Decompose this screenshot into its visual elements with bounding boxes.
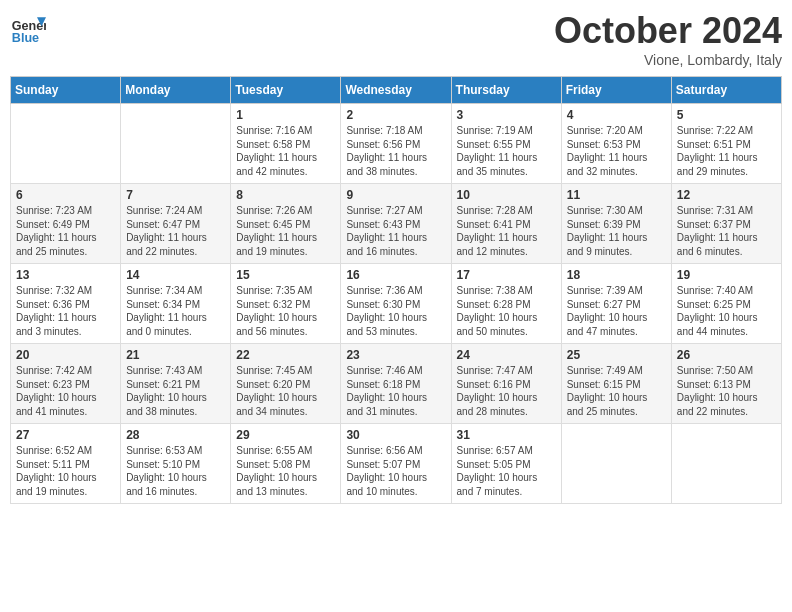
cell-details: Sunrise: 7:31 AMSunset: 6:37 PMDaylight:… [677, 204, 776, 258]
day-number: 10 [457, 188, 556, 202]
calendar-cell: 2Sunrise: 7:18 AMSunset: 6:56 PMDaylight… [341, 104, 451, 184]
cell-details: Sunrise: 7:22 AMSunset: 6:51 PMDaylight:… [677, 124, 776, 178]
day-number: 13 [16, 268, 115, 282]
calendar-cell [561, 424, 671, 504]
calendar-cell: 23Sunrise: 7:46 AMSunset: 6:18 PMDayligh… [341, 344, 451, 424]
day-number: 21 [126, 348, 225, 362]
day-number: 26 [677, 348, 776, 362]
weekday-saturday: Saturday [671, 77, 781, 104]
cell-details: Sunrise: 7:24 AMSunset: 6:47 PMDaylight:… [126, 204, 225, 258]
day-number: 15 [236, 268, 335, 282]
cell-details: Sunrise: 7:38 AMSunset: 6:28 PMDaylight:… [457, 284, 556, 338]
cell-details: Sunrise: 7:49 AMSunset: 6:15 PMDaylight:… [567, 364, 666, 418]
calendar-cell [11, 104, 121, 184]
calendar-cell: 29Sunrise: 6:55 AMSunset: 5:08 PMDayligh… [231, 424, 341, 504]
cell-details: Sunrise: 6:52 AMSunset: 5:11 PMDaylight:… [16, 444, 115, 498]
day-number: 9 [346, 188, 445, 202]
svg-text:Blue: Blue [12, 31, 39, 45]
page-header: General Blue October 2024 Vione, Lombard… [10, 10, 782, 68]
calendar-cell: 10Sunrise: 7:28 AMSunset: 6:41 PMDayligh… [451, 184, 561, 264]
cell-details: Sunrise: 7:42 AMSunset: 6:23 PMDaylight:… [16, 364, 115, 418]
logo-icon: General Blue [10, 10, 46, 46]
cell-details: Sunrise: 6:55 AMSunset: 5:08 PMDaylight:… [236, 444, 335, 498]
day-number: 18 [567, 268, 666, 282]
day-number: 23 [346, 348, 445, 362]
calendar-cell: 1Sunrise: 7:16 AMSunset: 6:58 PMDaylight… [231, 104, 341, 184]
day-number: 17 [457, 268, 556, 282]
cell-details: Sunrise: 7:23 AMSunset: 6:49 PMDaylight:… [16, 204, 115, 258]
day-number: 11 [567, 188, 666, 202]
month-title: October 2024 [554, 10, 782, 52]
day-number: 6 [16, 188, 115, 202]
calendar-cell: 7Sunrise: 7:24 AMSunset: 6:47 PMDaylight… [121, 184, 231, 264]
day-number: 19 [677, 268, 776, 282]
calendar-cell: 25Sunrise: 7:49 AMSunset: 6:15 PMDayligh… [561, 344, 671, 424]
day-number: 20 [16, 348, 115, 362]
cell-details: Sunrise: 7:28 AMSunset: 6:41 PMDaylight:… [457, 204, 556, 258]
day-number: 12 [677, 188, 776, 202]
day-number: 28 [126, 428, 225, 442]
cell-details: Sunrise: 7:35 AMSunset: 6:32 PMDaylight:… [236, 284, 335, 338]
calendar-cell: 6Sunrise: 7:23 AMSunset: 6:49 PMDaylight… [11, 184, 121, 264]
cell-details: Sunrise: 7:30 AMSunset: 6:39 PMDaylight:… [567, 204, 666, 258]
cell-details: Sunrise: 7:47 AMSunset: 6:16 PMDaylight:… [457, 364, 556, 418]
day-number: 27 [16, 428, 115, 442]
calendar-cell: 30Sunrise: 6:56 AMSunset: 5:07 PMDayligh… [341, 424, 451, 504]
weekday-thursday: Thursday [451, 77, 561, 104]
cell-details: Sunrise: 7:40 AMSunset: 6:25 PMDaylight:… [677, 284, 776, 338]
calendar-cell: 19Sunrise: 7:40 AMSunset: 6:25 PMDayligh… [671, 264, 781, 344]
calendar-cell: 18Sunrise: 7:39 AMSunset: 6:27 PMDayligh… [561, 264, 671, 344]
cell-details: Sunrise: 7:36 AMSunset: 6:30 PMDaylight:… [346, 284, 445, 338]
cell-details: Sunrise: 7:19 AMSunset: 6:55 PMDaylight:… [457, 124, 556, 178]
calendar-cell: 20Sunrise: 7:42 AMSunset: 6:23 PMDayligh… [11, 344, 121, 424]
cell-details: Sunrise: 7:34 AMSunset: 6:34 PMDaylight:… [126, 284, 225, 338]
day-number: 22 [236, 348, 335, 362]
calendar-cell: 3Sunrise: 7:19 AMSunset: 6:55 PMDaylight… [451, 104, 561, 184]
weekday-header-row: SundayMondayTuesdayWednesdayThursdayFrid… [11, 77, 782, 104]
calendar-cell: 11Sunrise: 7:30 AMSunset: 6:39 PMDayligh… [561, 184, 671, 264]
cell-details: Sunrise: 7:39 AMSunset: 6:27 PMDaylight:… [567, 284, 666, 338]
cell-details: Sunrise: 7:32 AMSunset: 6:36 PMDaylight:… [16, 284, 115, 338]
calendar-cell: 17Sunrise: 7:38 AMSunset: 6:28 PMDayligh… [451, 264, 561, 344]
day-number: 3 [457, 108, 556, 122]
cell-details: Sunrise: 7:46 AMSunset: 6:18 PMDaylight:… [346, 364, 445, 418]
day-number: 1 [236, 108, 335, 122]
cell-details: Sunrise: 7:16 AMSunset: 6:58 PMDaylight:… [236, 124, 335, 178]
location: Vione, Lombardy, Italy [554, 52, 782, 68]
day-number: 4 [567, 108, 666, 122]
day-number: 8 [236, 188, 335, 202]
logo: General Blue [10, 10, 46, 46]
calendar-cell: 9Sunrise: 7:27 AMSunset: 6:43 PMDaylight… [341, 184, 451, 264]
calendar-table: SundayMondayTuesdayWednesdayThursdayFrid… [10, 76, 782, 504]
day-number: 25 [567, 348, 666, 362]
cell-details: Sunrise: 7:45 AMSunset: 6:20 PMDaylight:… [236, 364, 335, 418]
weekday-wednesday: Wednesday [341, 77, 451, 104]
weekday-tuesday: Tuesday [231, 77, 341, 104]
day-number: 16 [346, 268, 445, 282]
calendar-cell: 8Sunrise: 7:26 AMSunset: 6:45 PMDaylight… [231, 184, 341, 264]
week-row-2: 6Sunrise: 7:23 AMSunset: 6:49 PMDaylight… [11, 184, 782, 264]
calendar-cell: 28Sunrise: 6:53 AMSunset: 5:10 PMDayligh… [121, 424, 231, 504]
day-number: 29 [236, 428, 335, 442]
calendar-cell: 13Sunrise: 7:32 AMSunset: 6:36 PMDayligh… [11, 264, 121, 344]
calendar-cell: 31Sunrise: 6:57 AMSunset: 5:05 PMDayligh… [451, 424, 561, 504]
calendar-cell: 15Sunrise: 7:35 AMSunset: 6:32 PMDayligh… [231, 264, 341, 344]
calendar-cell: 4Sunrise: 7:20 AMSunset: 6:53 PMDaylight… [561, 104, 671, 184]
cell-details: Sunrise: 7:27 AMSunset: 6:43 PMDaylight:… [346, 204, 445, 258]
week-row-4: 20Sunrise: 7:42 AMSunset: 6:23 PMDayligh… [11, 344, 782, 424]
calendar-cell: 16Sunrise: 7:36 AMSunset: 6:30 PMDayligh… [341, 264, 451, 344]
calendar-cell [121, 104, 231, 184]
cell-details: Sunrise: 6:56 AMSunset: 5:07 PMDaylight:… [346, 444, 445, 498]
calendar-cell: 12Sunrise: 7:31 AMSunset: 6:37 PMDayligh… [671, 184, 781, 264]
week-row-5: 27Sunrise: 6:52 AMSunset: 5:11 PMDayligh… [11, 424, 782, 504]
cell-details: Sunrise: 7:43 AMSunset: 6:21 PMDaylight:… [126, 364, 225, 418]
week-row-1: 1Sunrise: 7:16 AMSunset: 6:58 PMDaylight… [11, 104, 782, 184]
cell-details: Sunrise: 7:20 AMSunset: 6:53 PMDaylight:… [567, 124, 666, 178]
day-number: 30 [346, 428, 445, 442]
cell-details: Sunrise: 6:53 AMSunset: 5:10 PMDaylight:… [126, 444, 225, 498]
day-number: 5 [677, 108, 776, 122]
calendar-cell: 21Sunrise: 7:43 AMSunset: 6:21 PMDayligh… [121, 344, 231, 424]
calendar-cell [671, 424, 781, 504]
cell-details: Sunrise: 7:26 AMSunset: 6:45 PMDaylight:… [236, 204, 335, 258]
cell-details: Sunrise: 7:18 AMSunset: 6:56 PMDaylight:… [346, 124, 445, 178]
